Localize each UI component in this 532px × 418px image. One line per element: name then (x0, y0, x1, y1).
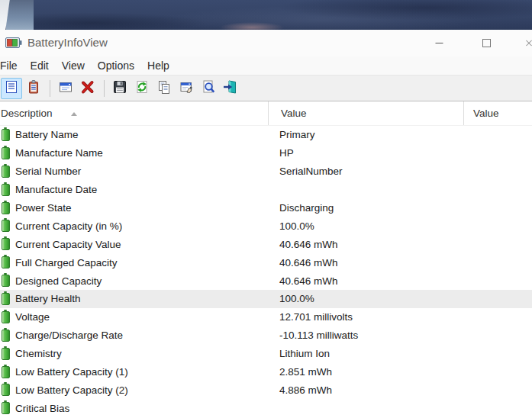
row-description: Battery Health (15, 293, 81, 304)
row-description: Current Capacity (in %) (15, 220, 122, 232)
battery-row-icon (2, 330, 10, 342)
properties-icon (179, 79, 194, 98)
refresh-icon (134, 79, 150, 98)
find-icon (201, 79, 216, 98)
battery-row-icon (2, 293, 10, 305)
exit-door-icon (223, 79, 238, 98)
table-row[interactable]: Voltage 12.701 millivolts (0, 308, 532, 326)
row-value: Primary (279, 129, 472, 140)
delete-x-icon (80, 79, 95, 98)
battery-row-icon (2, 202, 10, 214)
battery-row-icon (2, 384, 10, 396)
battery-information-view-icon (4, 79, 19, 98)
maximize-button[interactable] (473, 30, 499, 56)
minimize-button[interactable] (426, 30, 452, 56)
column-header-value-2[interactable]: Value (464, 101, 532, 125)
properties-button[interactable] (176, 78, 197, 99)
toolbar (0, 75, 532, 101)
battery-log-view-button[interactable] (23, 78, 44, 99)
table-row[interactable]: Charge/Discharge Rate -10.113 milliwatts (0, 326, 532, 345)
wallpaper-light-band (6, 0, 34, 30)
row-description: Current Capacity Value (15, 239, 121, 250)
row-description: Manufacture Name (15, 147, 103, 159)
row-description: Full Charged Capacity (15, 257, 118, 268)
battery-row-icon (2, 184, 10, 196)
row-description: Chemistry (15, 348, 62, 359)
menu-options[interactable]: Options (98, 59, 134, 72)
column-header-description[interactable]: Description (0, 101, 269, 125)
copy-icon (156, 79, 172, 98)
column-header-value-1[interactable]: Value (269, 101, 464, 125)
battery-log-view-icon (26, 79, 41, 98)
row-value: 4.886 mWh (279, 384, 472, 396)
table-row[interactable]: Chemistry Lithium Ion (0, 345, 532, 363)
desktop-wallpaper (0, 0, 532, 30)
battery-info-list: Battery Name Primary Manufacture Name HP… (0, 126, 532, 417)
table-row[interactable]: Critical Bias (0, 399, 532, 417)
table-row[interactable]: Manufacture Date (0, 181, 532, 199)
toolbar-separator (104, 80, 105, 97)
copy-button[interactable] (153, 78, 175, 99)
find-button[interactable] (198, 78, 219, 99)
row-description: Designed Capacity (15, 275, 102, 287)
table-row[interactable]: Low Battery Capacity (2) 4.886 mWh (0, 381, 532, 399)
row-value: 100.0% (279, 293, 472, 304)
menubar: File Edit View Options Help (0, 56, 532, 75)
battery-row-icon (2, 238, 10, 250)
table-row[interactable]: Designed Capacity 40.646 mWh (0, 272, 532, 290)
batteryinfoview-window: BatteryInfoView File Edit View Options H… (0, 30, 532, 418)
row-value: 40.646 mWh (279, 239, 472, 250)
menu-edit[interactable]: Edit (31, 59, 49, 72)
window-title: BatteryInfoView (27, 36, 108, 49)
row-value: SerialNumber (279, 166, 472, 177)
battery-app-icon (5, 37, 22, 49)
advanced-options-button[interactable] (55, 78, 76, 99)
battery-row-icon (2, 348, 10, 360)
titlebar[interactable]: BatteryInfoView (0, 30, 532, 56)
battery-row-icon (2, 275, 10, 287)
row-value: Discharging (279, 202, 472, 214)
battery-information-view-button[interactable] (1, 78, 22, 99)
toolbar-separator (50, 80, 50, 97)
table-row[interactable]: Low Battery Capacity (1) 2.851 mWh (0, 363, 532, 381)
column-header-value-1-label: Value (281, 108, 307, 119)
table-row[interactable]: Full Charged Capacity 40.646 mWh (0, 253, 532, 272)
row-description: Serial Number (15, 166, 81, 177)
close-button[interactable] (521, 30, 532, 56)
menu-file[interactable]: File (0, 59, 18, 72)
save-button[interactable] (109, 78, 131, 99)
table-row[interactable]: Serial Number SerialNumber (0, 162, 532, 181)
table-row[interactable]: Manufacture Name HP (0, 144, 532, 162)
refresh-button[interactable] (131, 78, 153, 99)
advanced-options-window-icon (58, 79, 73, 98)
delete-button[interactable] (77, 78, 98, 99)
row-value: -10.113 milliwatts (279, 330, 472, 341)
row-description: Battery Name (15, 129, 79, 140)
row-value: 2.851 mWh (279, 366, 472, 378)
table-row[interactable]: Current Capacity Value 40.646 mWh (0, 235, 532, 253)
row-value: 100.0% (279, 220, 472, 232)
battery-row-icon (2, 256, 10, 268)
table-row[interactable]: Current Capacity (in %) 100.0% (0, 217, 532, 235)
exit-button[interactable] (220, 78, 241, 99)
menu-help[interactable]: Help (147, 59, 169, 72)
sort-ascending-icon (71, 112, 77, 116)
battery-row-icon (2, 311, 10, 323)
menu-view[interactable]: View (62, 59, 85, 72)
table-row-selected[interactable]: Battery Health 100.0% (0, 290, 532, 308)
battery-row-icon (2, 147, 10, 159)
row-value: HP (279, 147, 472, 159)
row-description: Charge/Discharge Rate (15, 330, 123, 341)
table-row[interactable]: Battery Name Primary (0, 126, 532, 144)
column-header-value-2-label: Value (473, 108, 499, 119)
battery-row-icon (2, 366, 10, 378)
row-description: Manufacture Date (15, 184, 97, 195)
battery-row-icon (2, 220, 10, 232)
row-description: Low Battery Capacity (1) (15, 366, 128, 378)
battery-row-icon (2, 129, 10, 141)
row-description: Voltage (15, 311, 50, 323)
table-row[interactable]: Power State Discharging (0, 199, 532, 217)
row-value: Lithium Ion (279, 348, 472, 359)
battery-row-icon (2, 402, 10, 414)
column-header-description-label: Description (1, 108, 53, 119)
